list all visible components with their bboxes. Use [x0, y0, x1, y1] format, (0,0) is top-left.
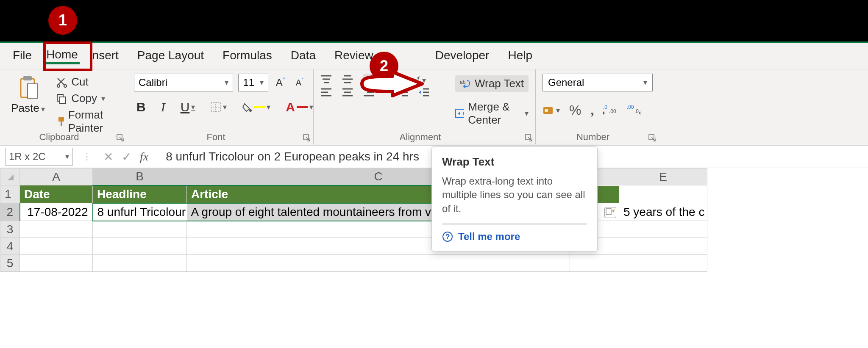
cell-e1[interactable] [619, 185, 707, 203]
cell-a5[interactable] [20, 255, 93, 272]
tab-page-layout[interactable]: Page Layout [128, 48, 213, 66]
row-header-2[interactable]: 2 [0, 203, 20, 221]
cell-a3[interactable] [20, 221, 93, 238]
chevron-down-icon[interactable]: ▾ [556, 106, 560, 115]
merge-center-button[interactable]: Merge & Center ▾ [455, 100, 529, 127]
group-font: Calibri ▾ 11 ▾ A˄ A˅ B I U ▾ ▾ [127, 69, 314, 144]
insert-function-button[interactable]: fx [140, 150, 148, 163]
format-painter-button[interactable]: Format Painter [56, 108, 120, 135]
cell-b2[interactable]: 8 unfurl Tricolour o [93, 203, 187, 221]
dialog-launcher-icon[interactable] [648, 134, 656, 142]
cut-button[interactable]: Cut [56, 75, 120, 88]
row-header-1[interactable]: 1 [0, 185, 20, 203]
row-header-5[interactable]: 5 [0, 255, 20, 272]
align-center-button[interactable] [342, 87, 353, 99]
name-box-value: 1R x 2C [9, 151, 46, 163]
name-box[interactable]: 1R x 2C ▾ [5, 148, 73, 166]
svg-point-13 [249, 109, 252, 112]
decrease-decimal-button[interactable]: .00.0 [627, 102, 641, 118]
cell-b5[interactable] [93, 255, 187, 272]
chevron-down-icon[interactable]: ▾ [309, 102, 313, 112]
chevron-down-icon[interactable]: ▾ [225, 78, 228, 87]
chevron-down-icon[interactable]: ▾ [223, 102, 227, 112]
bold-button[interactable]: B [134, 99, 148, 115]
enter-formula-button[interactable]: ✓ [122, 150, 131, 164]
tab-data[interactable]: Data [281, 48, 325, 66]
chevron-down-icon[interactable]: ▾ [643, 78, 647, 87]
column-header-b[interactable]: B [93, 168, 187, 185]
copy-label: Copy [71, 92, 97, 105]
tell-me-more-label: Tell me more [458, 231, 520, 243]
svg-text:?: ? [445, 233, 450, 241]
wrap-text-button[interactable]: ab Wrap Text [455, 75, 529, 92]
dialog-launcher-icon[interactable] [525, 134, 533, 142]
font-color-button[interactable]: A ▾ [283, 99, 316, 115]
chevron-down-icon[interactable]: ▾ [101, 94, 105, 103]
tab-formulas[interactable]: Formulas [213, 48, 281, 66]
italic-button[interactable]: I [159, 99, 168, 115]
tab-developer[interactable]: Developer [426, 48, 499, 66]
select-all-corner[interactable] [0, 168, 20, 185]
svg-rect-2 [28, 84, 38, 98]
paste-label: Paste [11, 102, 39, 115]
chevron-down-icon[interactable]: ▾ [41, 105, 45, 113]
svg-rect-1 [23, 76, 32, 80]
row-header-4[interactable]: 4 [0, 238, 20, 255]
copy-button[interactable]: Copy ▾ [56, 92, 120, 105]
tab-file[interactable]: File [0, 48, 45, 66]
column-header-e[interactable]: E [619, 168, 707, 185]
cell-a4[interactable] [20, 238, 93, 255]
cell-e4[interactable] [619, 238, 707, 255]
cell-e5[interactable] [619, 255, 707, 272]
cell-d5[interactable] [570, 255, 619, 272]
ribbon-body: Paste ▾ Cut Copy ▾ Format Pain [0, 69, 868, 144]
increase-font-size-button[interactable]: A˄ [273, 75, 288, 90]
paste-button[interactable]: Paste ▾ [7, 74, 49, 115]
align-top-button[interactable] [320, 75, 332, 86]
accounting-format-button[interactable]: ▾ [542, 105, 560, 116]
cell-b3[interactable] [93, 221, 187, 238]
tab-help[interactable]: Help [498, 48, 542, 66]
chevron-down-icon[interactable]: ▾ [191, 102, 195, 112]
number-format-select[interactable]: General ▾ [542, 74, 653, 91]
cell-e2[interactable]: 5 years of the c [619, 203, 707, 221]
row-header-3[interactable]: 3 [0, 221, 20, 238]
clipboard-icon [17, 74, 39, 100]
dialog-launcher-icon[interactable] [117, 134, 124, 142]
chevron-down-icon[interactable]: ▾ [267, 102, 270, 112]
decrease-font-size-button[interactable]: A˅ [293, 76, 306, 89]
cell-b1[interactable]: Headline [93, 185, 187, 203]
ribbon: File Home Insert Page Layout Formulas Da… [0, 41, 868, 145]
percent-button[interactable]: % [569, 102, 581, 118]
group-label-clipboard: Clipboard [0, 132, 118, 143]
underline-button[interactable]: U ▾ [178, 99, 198, 115]
font-name-select[interactable]: Calibri ▾ [134, 74, 233, 91]
group-number: General ▾ ▾ % , .0.00 .00.0 Number [536, 69, 659, 144]
tell-me-more-link[interactable]: ? Tell me more [442, 231, 587, 243]
annotation-box-home [43, 41, 92, 71]
cell-e3[interactable] [619, 221, 707, 238]
font-size-select[interactable]: 11 ▾ [238, 74, 268, 91]
chevron-down-icon[interactable]: ▾ [525, 109, 529, 118]
align-middle-button[interactable] [342, 75, 353, 86]
cell-c5[interactable] [187, 255, 570, 272]
cell-a2[interactable]: 17-08-2022 [20, 203, 93, 221]
ribbon-tabs: File Home Insert Page Layout Formulas Da… [0, 43, 868, 69]
align-left-button[interactable] [320, 87, 332, 99]
name-box-handle[interactable]: ⋮ [79, 151, 95, 162]
tab-view-hidden[interactable] [383, 48, 426, 52]
dialog-launcher-icon[interactable] [303, 134, 311, 142]
cancel-formula-button[interactable]: ✕ [103, 150, 113, 164]
svg-point-4 [64, 85, 67, 87]
fill-color-button[interactable]: ▾ [239, 101, 273, 113]
borders-button[interactable]: ▾ [208, 101, 229, 113]
comma-style-button[interactable]: , [590, 102, 594, 118]
increase-decimal-button[interactable]: .0.00 [603, 102, 618, 118]
cell-b4[interactable] [93, 238, 187, 255]
cell-a1[interactable]: Date [20, 185, 93, 203]
chevron-down-icon[interactable]: ▾ [65, 152, 69, 161]
chevron-down-icon[interactable]: ▾ [260, 78, 264, 87]
quick-analysis-icon[interactable] [604, 207, 616, 218]
column-header-a[interactable]: A [20, 168, 93, 185]
annotation-black-band [0, 0, 868, 41]
